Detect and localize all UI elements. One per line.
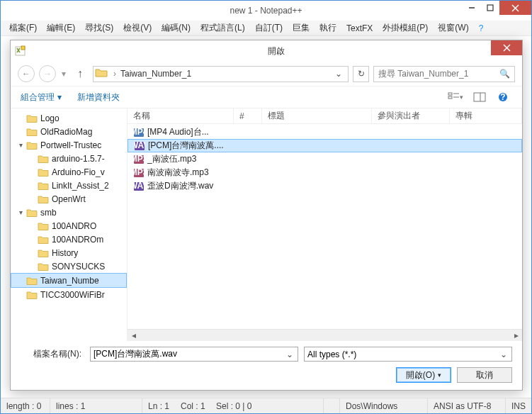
column-headers[interactable]: 名稱 # 標題 參與演出者 專輯 bbox=[128, 108, 522, 124]
tree-item[interactable]: ▾smb bbox=[11, 206, 127, 219]
svg-text:MP3: MP3 bbox=[133, 167, 145, 177]
folder-icon bbox=[38, 181, 49, 191]
breadcrumb-current[interactable]: Taiwan_Number_1 bbox=[119, 69, 193, 79]
col-album[interactable]: 專輯 bbox=[450, 108, 522, 123]
tree-item-label: TICC3000WiFiBr bbox=[40, 290, 105, 300]
tree-item[interactable]: 100ANDRO bbox=[11, 219, 127, 233]
menu-view[interactable]: 檢視(V) bbox=[119, 21, 156, 35]
filename-dropdown-icon[interactable]: ⌄ bbox=[285, 349, 295, 359]
file-list[interactable]: MP4[MP4 Audio]台...WAV[PCM]台灣南波萬....MP3_南… bbox=[128, 124, 522, 329]
col-title[interactable]: 標題 bbox=[262, 108, 372, 123]
nav-up-button[interactable]: ↑ bbox=[72, 65, 89, 82]
dialog-title: 開啟 bbox=[30, 45, 522, 57]
maximize-button[interactable] bbox=[481, 1, 499, 15]
filter-combo[interactable]: All types (*.*) ⌄ bbox=[304, 347, 512, 362]
tree-item[interactable]: arduino-1.5.7- bbox=[11, 152, 127, 165]
file-type-icon: WAV bbox=[133, 181, 145, 192]
tree-item[interactable]: Logo bbox=[11, 111, 127, 125]
breadcrumb-dropdown-icon[interactable]: ⌄ bbox=[331, 69, 346, 79]
folder-icon bbox=[26, 127, 38, 137]
filter-value: All types (*.*) bbox=[307, 349, 499, 359]
file-row[interactable]: MP3南波南波寺.mp3 bbox=[128, 166, 522, 179]
open-dialog: 開啟 ← → ▾ ↑ › Taiwan_Number_1 ⌄ ↻ 🔍 組合管理▾… bbox=[10, 40, 523, 391]
file-name: 南波南波寺.mp3 bbox=[147, 167, 209, 179]
svg-rect-8 bbox=[448, 93, 452, 95]
col-name[interactable]: 名稱 bbox=[128, 108, 234, 123]
scroll-right-button[interactable]: ▸ bbox=[510, 330, 522, 342]
menu-settings[interactable]: 自訂(T) bbox=[251, 21, 287, 35]
menu-plugins[interactable]: 外掛模組(P) bbox=[378, 21, 432, 35]
tree-item[interactable]: Arduino-Fio_v bbox=[11, 165, 127, 179]
filter-dropdown-icon[interactable]: ⌄ bbox=[499, 349, 509, 359]
folder-icon bbox=[38, 235, 49, 245]
scroll-left-button[interactable]: ◂ bbox=[128, 330, 140, 342]
file-type-icon: MP3 bbox=[133, 154, 145, 165]
cancel-button[interactable]: 取消 bbox=[457, 367, 512, 383]
menu-file[interactable]: 檔案(F) bbox=[5, 21, 41, 35]
preview-pane-button[interactable] bbox=[471, 90, 488, 104]
menu-encoding[interactable]: 編碼(N) bbox=[157, 21, 195, 35]
tree-item-label: Portwell-Trustec bbox=[40, 140, 101, 150]
tree-item[interactable]: TICC3000WiFiBr bbox=[11, 288, 127, 301]
open-button[interactable]: 開啟(O)▾ bbox=[396, 367, 451, 383]
recent-dropdown-icon[interactable]: ▾ bbox=[60, 69, 67, 79]
folder-icon bbox=[26, 208, 38, 218]
scroll-track[interactable] bbox=[140, 330, 510, 342]
tree-item[interactable]: LinkIt_Assist_2 bbox=[11, 179, 127, 192]
file-row[interactable]: WAV歪波D南波灣.wav bbox=[128, 179, 522, 193]
folder-icon bbox=[95, 67, 108, 80]
search-box[interactable]: 🔍 bbox=[373, 66, 515, 82]
col-artists[interactable]: 參與演出者 bbox=[372, 108, 450, 123]
menu-macro[interactable]: 巨集 bbox=[288, 21, 314, 35]
notepadpp-icon bbox=[15, 45, 26, 57]
menu-language[interactable]: 程式語言(L) bbox=[196, 21, 249, 35]
nav-back-button[interactable]: ← bbox=[18, 65, 35, 82]
file-row[interactable]: MP4[MP4 Audio]台... bbox=[128, 125, 522, 139]
tree-item-label: SONYSUCKS bbox=[52, 262, 105, 272]
menu-textfx[interactable]: TextFX bbox=[342, 22, 377, 35]
help-button[interactable]: ? bbox=[495, 90, 512, 104]
tree-item[interactable]: Taiwan_Numbe bbox=[11, 273, 127, 288]
tree-item-label: 100ANDROm bbox=[52, 235, 103, 245]
tree-item-label: History bbox=[52, 248, 78, 258]
refresh-button[interactable]: ↻ bbox=[353, 66, 369, 82]
tree-item[interactable]: OpenWrt bbox=[11, 192, 127, 206]
folder-icon bbox=[38, 194, 49, 204]
tree-item[interactable]: OldRadioMag bbox=[11, 125, 127, 138]
svg-text:?: ? bbox=[500, 92, 505, 102]
status-col: Col : 1 bbox=[175, 398, 210, 413]
open-split-icon[interactable]: ▾ bbox=[438, 371, 441, 379]
tree-item[interactable]: History bbox=[11, 246, 127, 259]
filename-combo[interactable]: ⌄ bbox=[90, 347, 298, 362]
organize-button[interactable]: 組合管理▾ bbox=[21, 91, 62, 103]
expand-arrow-icon[interactable]: ▾ bbox=[19, 208, 26, 216]
folder-icon bbox=[26, 113, 38, 123]
menu-window[interactable]: 視窗(W) bbox=[434, 21, 472, 35]
col-num[interactable]: # bbox=[234, 108, 262, 123]
file-row[interactable]: WAV[PCM]台灣南波萬.... bbox=[128, 139, 522, 152]
search-input[interactable] bbox=[378, 69, 499, 79]
chevron-right-icon: › bbox=[111, 69, 119, 79]
nav-forward-button[interactable]: → bbox=[39, 65, 56, 82]
new-folder-button[interactable]: 新增資料夾 bbox=[77, 91, 120, 103]
menu-help[interactable]: ? bbox=[475, 22, 488, 35]
minimize-button[interactable] bbox=[463, 1, 481, 15]
tree-item[interactable]: 100ANDROm bbox=[11, 233, 127, 246]
dialog-close-button[interactable] bbox=[491, 40, 522, 55]
expand-arrow-icon[interactable]: ▾ bbox=[19, 141, 26, 149]
tree-item-label: arduino-1.5.7- bbox=[52, 154, 105, 164]
close-button[interactable] bbox=[499, 1, 531, 15]
filename-input[interactable] bbox=[94, 349, 285, 359]
tree-item[interactable]: ▾Portwell-Trustec bbox=[11, 138, 127, 152]
svg-rect-5 bbox=[21, 46, 25, 50]
menu-search[interactable]: 尋找(S) bbox=[81, 21, 118, 35]
tree-item[interactable]: SONYSUCKS bbox=[11, 259, 127, 273]
view-mode-button[interactable]: ▾ bbox=[447, 90, 464, 104]
menu-edit[interactable]: 編輯(E) bbox=[43, 21, 79, 35]
horizontal-scrollbar[interactable]: ◂ ▸ bbox=[128, 329, 522, 341]
folder-tree[interactable]: LogoOldRadioMag▾Portwell-Trustecarduino-… bbox=[11, 108, 128, 341]
file-type-icon: WAV bbox=[134, 140, 145, 152]
breadcrumb-bar[interactable]: › Taiwan_Number_1 ⌄ bbox=[93, 66, 349, 82]
menu-run[interactable]: 執行 bbox=[315, 21, 341, 35]
file-row[interactable]: MP3_南波伍.mp3 bbox=[128, 152, 522, 166]
